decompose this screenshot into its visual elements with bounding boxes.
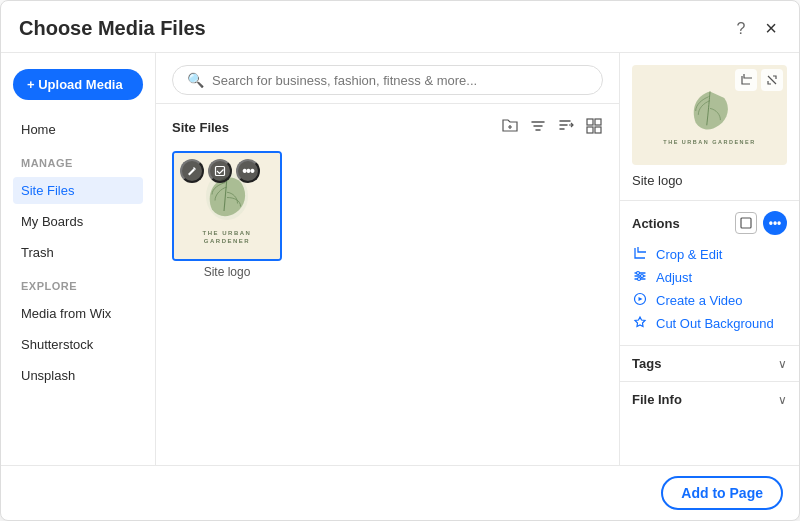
sidebar-item-my-boards[interactable]: My Boards [13,208,143,235]
right-panel: THE URBAN GARDENER Site logo [619,53,799,465]
sort-icon[interactable] [557,117,575,139]
filter-icon[interactable] [529,117,547,139]
create-video-icon [632,292,648,309]
actions-more-btn[interactable]: ••• [763,211,787,235]
actions-square-btn[interactable] [735,212,757,234]
svg-rect-0 [587,119,593,125]
list-item[interactable]: ••• [172,151,282,279]
sidebar-item-trash[interactable]: Trash [13,239,143,266]
tags-chevron-icon: ∨ [778,357,787,371]
sidebar-item-unsplash[interactable]: Unsplash [13,362,143,389]
search-input[interactable] [212,73,588,88]
action-create-video[interactable]: Create a Video [632,289,787,312]
svg-rect-6 [741,218,751,228]
crop-edit-icon [632,246,648,263]
file-overlay: ••• [180,159,260,183]
tags-title: Tags [632,356,661,371]
adjust-icon [632,269,648,286]
svg-rect-2 [587,127,593,133]
svg-point-7 [637,272,640,275]
svg-point-9 [638,278,641,281]
close-button[interactable]: × [761,15,781,42]
actions-section: Actions ••• Crop & Edit [620,200,799,345]
preview-image: THE URBAN GARDENER [632,65,787,165]
select-overlay-btn[interactable] [208,159,232,183]
files-grid: ••• [172,151,603,279]
sidebar-item-home[interactable]: Home [13,116,143,143]
new-folder-icon[interactable] [501,116,519,139]
preview-label: Site logo [632,173,787,188]
grid-icon[interactable] [585,117,603,139]
modal-footer: Add to Page [1,465,799,520]
main-content: 🔍 Site Files [156,53,619,465]
modal-body: + Upload Media Home MANAGE Site Files My… [1,53,799,465]
svg-point-8 [641,275,644,278]
sidebar: + Upload Media Home MANAGE Site Files My… [1,53,156,465]
section-title: Site Files [172,120,229,135]
tags-section[interactable]: Tags ∨ [620,345,799,381]
file-name: Site logo [204,265,251,279]
search-icon: 🔍 [187,72,204,88]
file-info-title: File Info [632,392,682,407]
media-files-modal: Choose Media Files ? × + Upload Media Ho… [0,0,800,521]
cut-out-bg-icon [632,315,648,332]
sidebar-item-site-files[interactable]: Site Files [13,177,143,204]
search-bar: 🔍 [172,65,603,95]
file-info-chevron-icon: ∨ [778,393,787,407]
section-actions [501,116,603,139]
actions-header: Actions ••• [632,211,787,235]
preview-controls [735,69,783,91]
header-actions: ? × [732,15,781,42]
add-to-page-button[interactable]: Add to Page [661,476,783,510]
modal-header: Choose Media Files ? × [1,1,799,53]
sidebar-item-media-from-wix[interactable]: Media from Wix [13,300,143,327]
help-button[interactable]: ? [732,18,749,40]
action-cut-out-bg[interactable]: Cut Out Background [632,312,787,335]
preview-expand-btn[interactable] [761,69,783,91]
preview-area: THE URBAN GARDENER Site logo [620,53,799,200]
svg-rect-1 [595,119,601,125]
edit-overlay-btn[interactable] [180,159,204,183]
file-info-section[interactable]: File Info ∨ [620,381,799,417]
action-crop-edit[interactable]: Crop & Edit [632,243,787,266]
sidebar-item-shutterstock[interactable]: Shutterstock [13,331,143,358]
action-adjust[interactable]: Adjust [632,266,787,289]
more-overlay-btn[interactable]: ••• [236,159,260,183]
preview-crop-btn[interactable] [735,69,757,91]
upload-media-button[interactable]: + Upload Media [13,69,143,100]
actions-more: ••• [735,211,787,235]
sidebar-section-manage: MANAGE [13,147,143,173]
thumbnail-logo-text: THE URBAN GARDENER [182,230,272,246]
sidebar-section-explore: EXPLORE [13,270,143,296]
content-area: Site Files [156,104,619,465]
toolbar: 🔍 [156,53,619,104]
svg-rect-3 [595,127,601,133]
svg-rect-4 [216,167,225,176]
file-thumbnail: ••• [172,151,282,261]
actions-title: Actions [632,216,680,231]
section-header: Site Files [172,116,603,139]
modal-title: Choose Media Files [19,17,206,40]
